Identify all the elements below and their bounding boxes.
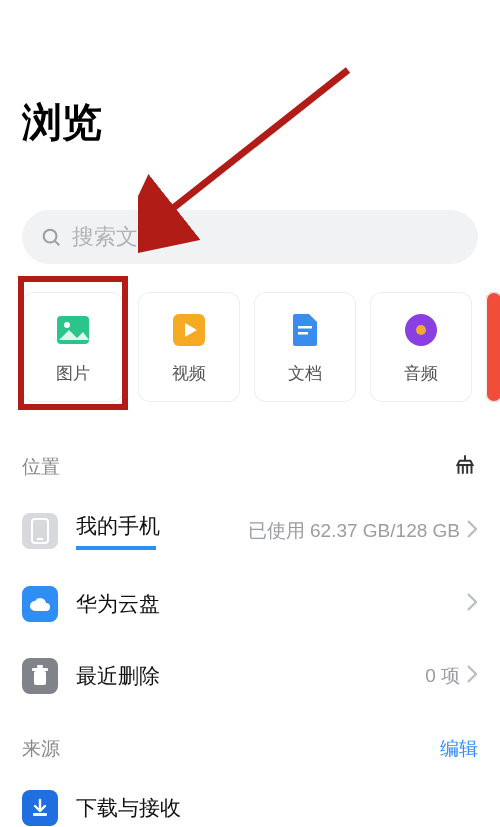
category-label: 图片 bbox=[56, 362, 90, 385]
location-my-phone[interactable]: 我的手机 已使用 62.37 GB/128 GB bbox=[0, 494, 500, 568]
list-item-label: 华为云盘 bbox=[76, 590, 160, 618]
location-trash[interactable]: 最近删除 0 项 bbox=[0, 640, 500, 712]
svg-point-0 bbox=[44, 230, 57, 243]
category-label: 音频 bbox=[404, 362, 438, 385]
category-docs[interactable]: 文档 bbox=[254, 292, 356, 402]
section-source-label: 来源 bbox=[22, 736, 60, 762]
category-label: 视频 bbox=[172, 362, 206, 385]
svg-rect-12 bbox=[34, 671, 46, 685]
play-icon bbox=[169, 310, 209, 350]
list-item-label: 我的手机 bbox=[76, 512, 160, 550]
svg-rect-6 bbox=[298, 332, 308, 335]
cloud-icon bbox=[22, 586, 58, 622]
svg-rect-11 bbox=[37, 538, 43, 540]
svg-rect-5 bbox=[298, 326, 312, 329]
trash-count: 0 项 bbox=[425, 663, 460, 689]
category-audio[interactable]: 音频 bbox=[370, 292, 472, 402]
download-icon bbox=[22, 790, 58, 826]
search-input[interactable]: 搜索文件 bbox=[22, 210, 478, 264]
category-scroller[interactable]: 图片 视频 文档 音频 bbox=[0, 264, 500, 426]
chevron-right-icon bbox=[466, 592, 478, 617]
chevron-right-icon bbox=[466, 519, 478, 544]
chevron-right-icon bbox=[466, 664, 478, 689]
search-placeholder: 搜索文件 bbox=[72, 222, 160, 252]
location-cloud[interactable]: 华为云盘 bbox=[0, 568, 500, 640]
doc-icon bbox=[285, 310, 325, 350]
category-label: 文档 bbox=[288, 362, 322, 385]
list-item-label: 最近删除 bbox=[76, 662, 160, 690]
svg-line-1 bbox=[55, 241, 59, 245]
image-icon bbox=[53, 310, 93, 350]
svg-rect-13 bbox=[32, 668, 48, 671]
trash-icon bbox=[22, 658, 58, 694]
edit-button[interactable]: 编辑 bbox=[440, 736, 478, 762]
phone-icon bbox=[22, 513, 58, 549]
storage-status: 已使用 62.37 GB/128 GB bbox=[248, 518, 460, 544]
category-images[interactable]: 图片 bbox=[22, 292, 124, 402]
svg-point-8 bbox=[416, 325, 426, 335]
cleanup-icon[interactable] bbox=[452, 452, 478, 482]
list-item-label: 下载与接收 bbox=[76, 794, 181, 822]
svg-rect-14 bbox=[37, 665, 43, 668]
svg-rect-15 bbox=[33, 813, 47, 816]
page-title: 浏览 bbox=[0, 0, 500, 150]
category-more-peek[interactable] bbox=[486, 292, 500, 402]
svg-point-3 bbox=[64, 322, 70, 328]
section-location-label: 位置 bbox=[22, 454, 60, 480]
search-icon bbox=[40, 226, 62, 248]
source-downloads[interactable]: 下载与接收 bbox=[0, 772, 500, 827]
category-videos[interactable]: 视频 bbox=[138, 292, 240, 402]
audio-icon bbox=[401, 310, 441, 350]
